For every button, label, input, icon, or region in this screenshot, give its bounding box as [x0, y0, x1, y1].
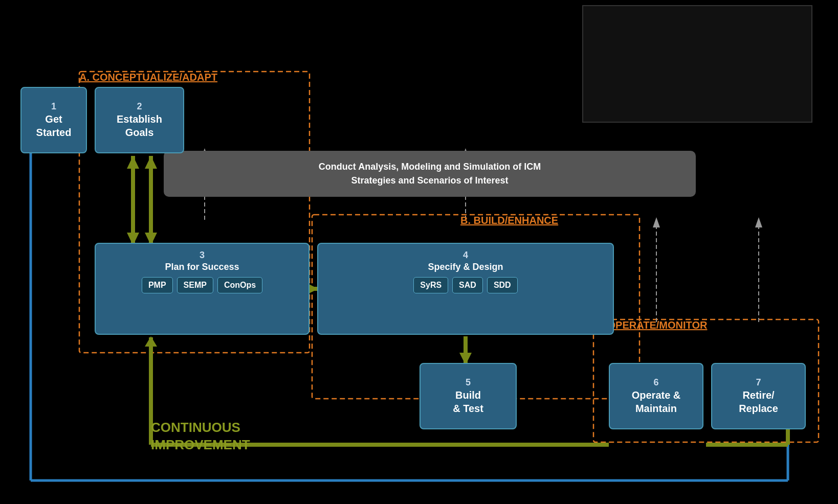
- diagram-container: A. CONCEPTUALIZE/ADAPT B. BUILD/ENHANCE …: [0, 0, 838, 504]
- node2-number: 2: [137, 101, 142, 112]
- section-b-label: B. BUILD/ENHANCE: [460, 215, 558, 226]
- node7-label: Retire/Replace: [739, 388, 778, 415]
- node4-doc-sdd: SDD: [487, 277, 518, 293]
- node4-number: 4: [463, 250, 468, 261]
- svg-marker-10: [127, 156, 139, 169]
- node4-subdocs: SyRS SAD SDD: [413, 277, 517, 293]
- svg-marker-31: [145, 336, 157, 347]
- node-7-retire-replace: 7 Retire/Replace: [711, 363, 806, 429]
- node5-number: 5: [466, 377, 471, 388]
- node1-label: GetStarted: [36, 112, 72, 139]
- node3-doc-semp: SEMP: [177, 277, 213, 293]
- node6-label: Operate &Maintain: [632, 388, 681, 415]
- svg-marker-13: [145, 156, 157, 169]
- section-a-label: A. CONCEPTUALIZE/ADAPT: [79, 72, 217, 83]
- svg-marker-26: [755, 217, 762, 227]
- node6-number: 6: [653, 377, 658, 388]
- node4-doc-syrs: SyRS: [413, 277, 448, 293]
- node4-doc-sad: SAD: [452, 277, 483, 293]
- node5-label: Build& Test: [453, 388, 483, 415]
- node3-number: 3: [200, 250, 205, 261]
- node-1-get-started: 1 GetStarted: [20, 87, 87, 153]
- node3-doc-pmp: PMP: [142, 277, 173, 293]
- node-4-specify-design: 4 Specify & Design SyRS SAD SDD: [317, 243, 614, 335]
- node-3-plan-for-success: 3 Plan for Success PMP SEMP ConOps: [95, 243, 310, 335]
- svg-marker-24: [653, 217, 660, 227]
- node7-number: 7: [756, 377, 761, 388]
- node2-label: EstablishGoals: [117, 112, 162, 139]
- node1-number: 1: [51, 101, 56, 112]
- node-2-establish-goals: 2 EstablishGoals: [95, 87, 184, 153]
- node4-label: Specify & Design: [428, 261, 503, 273]
- continuous-improvement-label: CONTINUOUSIMPROVEMENT: [151, 419, 250, 454]
- node-6-operate-maintain: 6 Operate &Maintain: [609, 363, 703, 429]
- node3-subdocs: PMP SEMP ConOps: [142, 277, 262, 293]
- node3-doc-conops: ConOps: [217, 277, 262, 293]
- black-rectangle: [582, 5, 812, 123]
- node3-label: Plan for Success: [165, 261, 239, 273]
- node-5-build-test: 5 Build& Test: [420, 363, 517, 429]
- analysis-bar-text: Conduct Analysis, Modeling and Simulatio…: [319, 162, 541, 186]
- analysis-bar: Conduct Analysis, Modeling and Simulatio…: [164, 151, 696, 197]
